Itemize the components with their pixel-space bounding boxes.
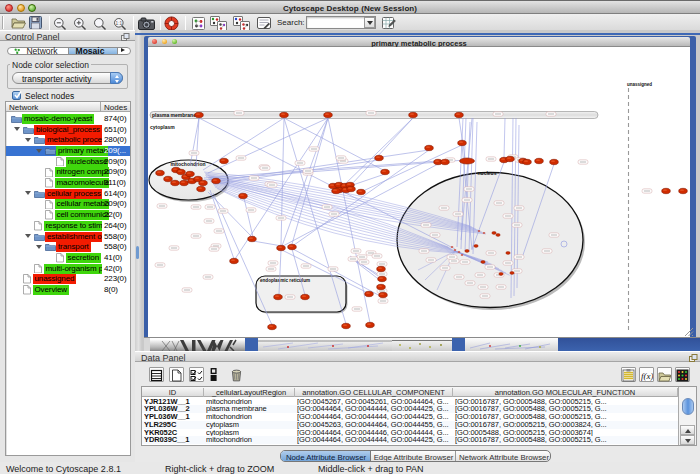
svg-text:f(x): f(x) [641,371,653,381]
svg-text:endoplasmic reticulum: endoplasmic reticulum [260,278,310,283]
svg-text:mitochondrion: mitochondrion [171,161,206,167]
svg-text:plasma membrane: plasma membrane [152,112,196,118]
svg-text:cytoplasm: cytoplasm [150,124,175,130]
svg-text:1:1: 1:1 [116,21,123,26]
svg-text:unassigned: unassigned [627,82,652,87]
svg-text:nucleus: nucleus [478,170,497,176]
